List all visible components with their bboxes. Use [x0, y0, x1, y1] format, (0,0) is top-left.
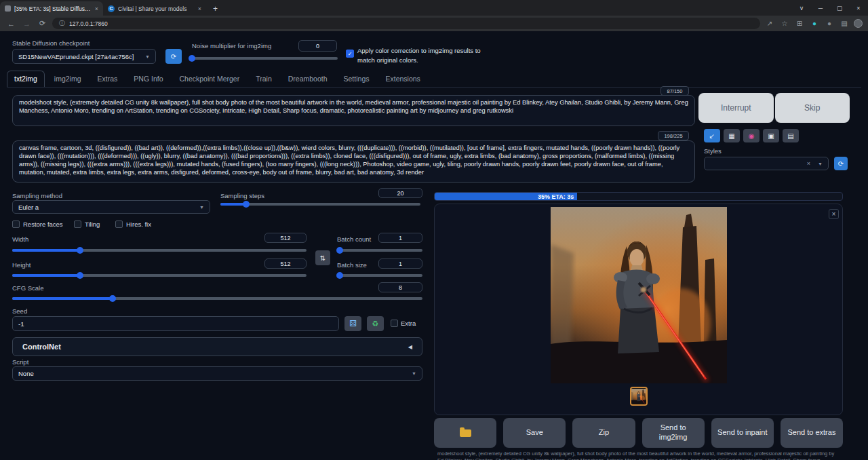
tab-settings[interactable]: Settings — [337, 71, 376, 87]
chevron-down-icon: ▼ — [145, 54, 150, 59]
cfg-scale-input[interactable]: 8 — [378, 282, 422, 292]
minimize-icon[interactable]: ─ — [811, 5, 830, 12]
share-icon[interactable]: ↗ — [764, 20, 775, 27]
skip-button[interactable]: Skip — [775, 93, 850, 123]
refresh-icon: ⟳ — [171, 53, 176, 60]
restore-faces-checkbox[interactable] — [12, 221, 20, 228]
tab-title: [35% ETA: 3s] Stable Diffusion — [14, 5, 92, 12]
civitai-favicon: C — [108, 5, 115, 12]
generated-image-preview[interactable] — [551, 207, 727, 383]
width-input[interactable]: 512 — [264, 233, 307, 243]
tab-extras[interactable]: Extras — [91, 71, 125, 87]
tab-search-icon[interactable]: ∨ — [792, 5, 811, 12]
seed-label: Seed — [12, 307, 27, 315]
browser-tab-civitai[interactable]: C Civitai | Share your models × — [103, 1, 206, 16]
seed-input[interactable]: -1 — [12, 316, 339, 331]
width-label: Width — [12, 235, 28, 243]
gallery-thumbnail[interactable] — [630, 387, 648, 406]
paste-generation-params-button[interactable]: ↙ — [704, 129, 720, 142]
media-control-icon[interactable]: ● — [824, 20, 835, 27]
url-bar[interactable]: ⓘ 127.0.0.1:7860 — [52, 18, 760, 29]
new-tab-button[interactable]: + — [206, 1, 224, 16]
clear-styles-icon[interactable]: × — [807, 160, 810, 167]
styles-dropdown[interactable]: × ▼ — [704, 157, 829, 170]
batch-size-slider[interactable] — [338, 274, 422, 277]
controlnet-label: ControlNet — [22, 343, 61, 351]
send-to-extras-button[interactable]: Send to extras — [781, 418, 843, 448]
sampling-steps-slider[interactable] — [220, 203, 420, 206]
tab-dreambooth[interactable]: Dreambooth — [281, 71, 334, 87]
back-icon[interactable]: ← — [5, 20, 17, 28]
tab-extensions[interactable]: Extensions — [378, 71, 427, 87]
sampling-steps-input[interactable]: 20 — [378, 188, 422, 198]
zip-button[interactable]: Zip — [572, 418, 635, 448]
noise-multiplier-input[interactable]: 0 — [298, 40, 337, 52]
tab-train[interactable]: Train — [249, 71, 279, 87]
tab-checkpoint-merger[interactable]: Checkpoint Merger — [172, 71, 246, 87]
height-input[interactable]: 512 — [264, 258, 307, 269]
tab-title: Civitai | Share your models — [118, 5, 195, 12]
side-panel-icon[interactable]: ▤ — [839, 20, 850, 27]
refresh-styles-button[interactable]: ⟳ — [834, 157, 848, 170]
checkpoint-dropdown[interactable]: SD15NewVAEpruned.ckpt [27a4ac756c] ▼ — [12, 49, 156, 64]
sampling-method-dropdown[interactable]: Euler a ▼ — [12, 200, 210, 214]
profile-avatar[interactable] — [854, 19, 863, 28]
tab-txt2img[interactable]: txt2img — [7, 71, 45, 87]
forward-icon[interactable]: → — [21, 20, 33, 28]
window-close-icon[interactable]: × — [849, 5, 868, 12]
site-info-icon[interactable]: ⓘ — [59, 19, 65, 28]
bookmark-star-icon[interactable]: ☆ — [779, 20, 790, 27]
progress-bar: 35% ETA: 3s — [434, 192, 843, 201]
script-dropdown[interactable]: None ▼ — [12, 366, 422, 381]
controlnet-accordion[interactable]: ControlNet ◀ — [12, 337, 422, 356]
swap-dimensions-button[interactable]: ⇅ — [315, 250, 330, 265]
generate-actions: Interrupt Skip — [698, 93, 850, 123]
extra-seed-checkbox[interactable] — [391, 320, 398, 327]
height-label: Height — [12, 261, 31, 269]
prompt-textarea[interactable]: modelshoot style, (extremely detailed CG… — [12, 95, 695, 126]
browser-tab-stable-diffusion[interactable]: [35% ETA: 3s] Stable Diffusion × — [0, 1, 103, 16]
height-slider[interactable] — [12, 274, 307, 277]
batch-size-input[interactable]: 1 — [378, 258, 422, 269]
negative-prompt-textarea[interactable]: canvas frame, cartoon, 3d, ((disfigured)… — [12, 140, 695, 183]
tab-close-icon[interactable]: × — [95, 5, 98, 12]
extension-icon[interactable]: ● — [809, 20, 820, 27]
noise-multiplier-label: Noise multiplier for img2img — [192, 42, 271, 50]
batch-count-slider[interactable] — [338, 249, 422, 252]
tiling-checkbox[interactable] — [74, 221, 81, 228]
save-button[interactable]: Save — [503, 418, 566, 448]
open-folder-button[interactable] — [434, 418, 496, 448]
restore-faces-label: Restore faces — [23, 221, 63, 228]
send-to-inpaint-button[interactable]: Send to inpaint — [711, 418, 774, 448]
apps-grid-icon[interactable]: ⊞ — [794, 20, 805, 27]
refresh-checkpoint-button[interactable]: ⟳ — [165, 49, 182, 64]
send-to-img2img-button[interactable]: Send to img2img — [642, 418, 705, 448]
progress-text: 35% ETA: 3s — [538, 193, 574, 200]
tab-png-info[interactable]: PNG Info — [127, 71, 170, 87]
reload-icon[interactable]: ⟳ — [37, 19, 48, 28]
noise-multiplier-slider[interactable] — [191, 57, 338, 60]
hires-fix-checkbox[interactable] — [115, 221, 123, 228]
save-style-button[interactable]: ▣ — [763, 129, 779, 142]
browser-toolbar: ← → ⟳ ⓘ 127.0.0.1:7860 ↗ ☆ ⊞ ● ● ▤ — [0, 16, 868, 31]
output-buttons-row: Save Zip Send to img2img Send to inpaint… — [434, 418, 843, 448]
clear-prompt-button[interactable]: ▦ — [724, 129, 740, 142]
apply-style-button[interactable]: ▤ — [783, 129, 799, 142]
color-correction-checkbox[interactable]: ✓ — [346, 50, 354, 58]
maximize-icon[interactable]: ▢ — [830, 5, 849, 12]
random-seed-button[interactable]: ⚄ — [344, 316, 361, 331]
gallery-close-icon[interactable]: × — [829, 209, 839, 219]
interrupt-button[interactable]: Interrupt — [698, 93, 774, 123]
styles-label: Styles — [704, 147, 722, 155]
extra-networks-button[interactable]: ◉ — [743, 129, 760, 142]
tab-img2img[interactable]: img2img — [47, 71, 88, 87]
clear-prompt-icon: ▦ — [728, 132, 734, 140]
refresh-icon: ⟳ — [838, 160, 844, 168]
tab-close-icon[interactable]: × — [198, 5, 201, 12]
quick-buttons-row: ↙ ▦ ◉ ▣ ▤ — [704, 129, 799, 142]
chevron-down-icon: ▼ — [818, 161, 823, 166]
reuse-seed-button[interactable]: ♻ — [367, 316, 384, 331]
width-slider[interactable] — [12, 249, 307, 252]
cfg-scale-slider[interactable] — [12, 297, 422, 300]
batch-count-input[interactable]: 1 — [378, 233, 422, 243]
